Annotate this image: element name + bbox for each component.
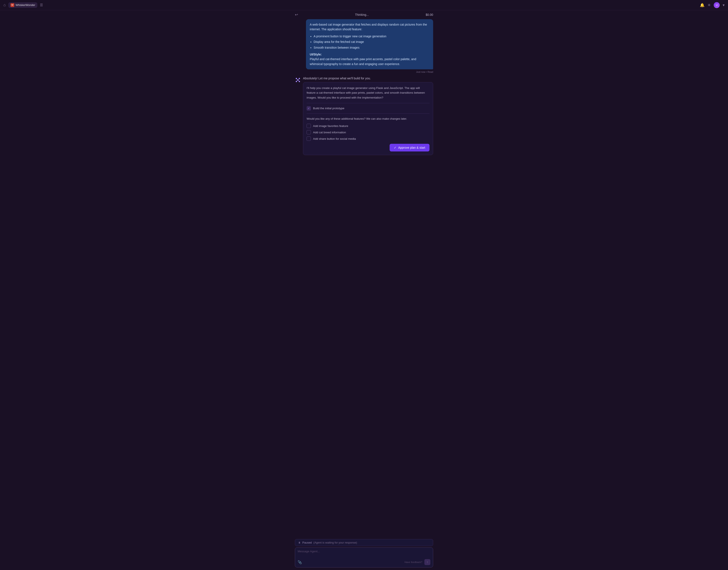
user-message-bubble: A web-based cat image generator that fet… (306, 19, 433, 69)
message-meta: Just now • Read (416, 71, 433, 73)
feature-option-1[interactable]: Add image favorites feature (307, 124, 430, 128)
feature-label-3: Add share button for social media (313, 137, 356, 140)
avatar-label: U (716, 4, 718, 7)
plan-card: I'll help you create a playful cat image… (303, 82, 433, 155)
app-wrapper: ⌂ W WhiskerWonder ☰ 🔔 ✳ U ▾ ↩ Thinking..… (0, 0, 728, 570)
back-button[interactable]: ↩ (295, 12, 298, 17)
approve-plan-button[interactable]: ✓ Approve plan & start (390, 144, 430, 152)
send-icon: ↑ (427, 560, 428, 564)
paused-bar: ⏸ Paused (Agent is waiting for your resp… (295, 539, 433, 546)
input-toolbar: 📎 Have feedback? ↑ (298, 559, 430, 565)
additional-features-label: Would you like any of these additional f… (307, 117, 430, 121)
svg-line-8 (298, 80, 299, 81)
confirmed-task-label: Build the initial prototype (313, 107, 344, 110)
feature-option-3[interactable]: Add share button for social media (307, 136, 430, 141)
nav-dropdown-icon[interactable]: ▾ (723, 3, 725, 7)
svg-line-5 (296, 78, 298, 80)
ui-style-section: UI/Style: Playful and cat-themed interfa… (310, 52, 429, 66)
plan-divider-2 (307, 113, 430, 114)
ai-message-wrap: Absolutely! Let me propose what we'll bu… (295, 76, 433, 155)
user-feature-2: Display area for the fetched cat image (314, 39, 429, 44)
bell-icon[interactable]: 🔔 (700, 3, 705, 7)
messages-area: A web-based cat image generator that fet… (291, 19, 437, 537)
send-button[interactable]: ↑ (424, 559, 430, 565)
confirmed-task-row: ✓ Build the initial prototype (307, 106, 430, 110)
feature-checkbox-2[interactable] (307, 130, 311, 134)
ui-style-heading: UI/Style: (310, 53, 322, 56)
paused-subtext: (Agent is waiting for your response) (313, 541, 357, 544)
confirmed-checkmark: ✓ (307, 106, 311, 110)
svg-line-7 (296, 80, 298, 81)
approve-btn-label: Approve plan & start (398, 146, 425, 149)
ui-style-text: Playful and cat-themed interface with pa… (310, 57, 416, 65)
nav-right: 🔔 ✳ U ▾ (700, 2, 725, 8)
approve-checkmark-icon: ✓ (394, 146, 397, 149)
nav-left: ⌂ W WhiskerWonder ☰ (3, 2, 43, 8)
app-name: WhiskerWonder (16, 3, 35, 7)
chat-cost: $0.00 (426, 13, 433, 16)
feedback-text: Have feedback? (405, 561, 422, 563)
app-badge[interactable]: W WhiskerWonder (8, 2, 37, 8)
ai-message-content: Absolutely! Let me propose what we'll bu… (303, 76, 433, 155)
chat-status: Thinking... (355, 13, 369, 16)
user-feature-1: A prominent button to trigger new cat im… (314, 34, 429, 39)
user-message-wrap: A web-based cat image generator that fet… (295, 19, 433, 73)
paused-text: Paused (302, 541, 312, 544)
app-logo-icon: W (10, 3, 14, 7)
main-content: ↩ Thinking... $0.00 A web-based cat imag… (0, 10, 728, 570)
message-input[interactable] (298, 550, 430, 557)
user-message-intro: A web-based cat image generator that fet… (310, 22, 429, 32)
feature-label-1: Add image favorites feature (313, 124, 348, 127)
chat-panel: ↩ Thinking... $0.00 A web-based cat imag… (291, 10, 437, 570)
ai-intro-text: Absolutely! Let me propose what we'll bu… (303, 76, 433, 80)
plan-description: I'll help you create a playful cat image… (307, 86, 430, 100)
doc-icon[interactable]: ☰ (40, 3, 43, 7)
ai-icon (295, 77, 301, 83)
feature-label-2: Add cat breed information (313, 131, 346, 134)
sparkle-icon[interactable]: ✳ (708, 3, 711, 7)
input-area: 📎 Have feedback? ↑ (295, 547, 433, 567)
feature-checkbox-3[interactable] (307, 136, 311, 141)
feature-checkbox-1[interactable] (307, 124, 311, 128)
message-timestamp: Just now • Read (416, 71, 433, 73)
attach-button[interactable]: 📎 (298, 560, 302, 564)
chat-header: ↩ Thinking... $0.00 (291, 10, 437, 19)
user-message-features: A prominent button to trigger new cat im… (310, 34, 429, 50)
feature-options: Add image favorites feature Add cat bree… (307, 124, 430, 141)
feature-option-2[interactable]: Add cat breed information (307, 130, 430, 134)
ai-logo-svg (295, 77, 300, 82)
home-icon[interactable]: ⌂ (3, 3, 6, 7)
pause-icon: ⏸ (298, 541, 301, 544)
avatar[interactable]: U (714, 2, 720, 8)
svg-line-6 (298, 78, 299, 80)
input-right: Have feedback? ↑ (405, 559, 430, 565)
top-nav: ⌂ W WhiskerWonder ☰ 🔔 ✳ U ▾ (0, 0, 728, 10)
user-feature-3: Smooth transition between images (314, 45, 429, 50)
